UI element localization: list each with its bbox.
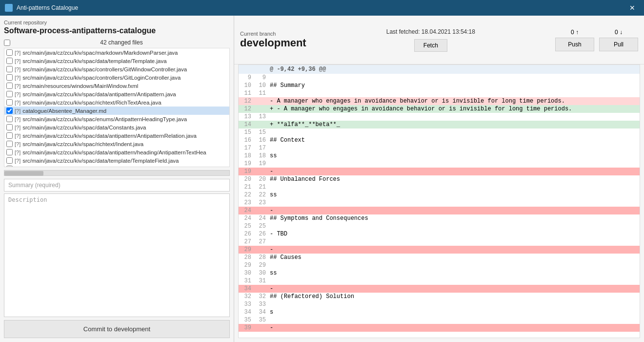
- diff-line-content: -: [268, 324, 640, 332]
- old-line-num: 11: [239, 89, 253, 97]
- file-checkbox[interactable]: [6, 99, 13, 106]
- new-line-num: 18: [253, 152, 268, 160]
- list-item[interactable]: [?]src/main/java/cz/zcu/kiv/spac/data/te…: [4, 57, 229, 65]
- list-item[interactable]: [?]src/main/java/cz/zcu/kiv/spac/richtex…: [4, 140, 229, 148]
- file-checkbox[interactable]: [6, 83, 13, 89]
- table-row: 39-: [239, 324, 640, 332]
- diff-line-content: -: [268, 285, 640, 293]
- list-item[interactable]: [?]src/main/java/cz/zcu/kiv/spac/data/an…: [4, 131, 229, 140]
- old-line-num: 17: [239, 144, 253, 152]
- file-tag: [?]: [15, 58, 20, 64]
- fetch-button[interactable]: Fetch: [414, 39, 447, 52]
- file-checkbox[interactable]: [6, 157, 13, 164]
- file-checkbox[interactable]: [6, 124, 13, 130]
- file-checkbox[interactable]: [6, 74, 13, 81]
- file-list[interactable]: [?]src/main/java/cz/zcu/kiv/spac/markdow…: [4, 48, 230, 167]
- diff-line-content: ## Unbalanced Forces: [268, 175, 640, 183]
- table-row: 19-: [239, 168, 640, 175]
- file-checkbox[interactable]: [6, 141, 13, 147]
- title-bar-left: Anti-patterns Catalogue: [5, 4, 78, 12]
- new-line-num: 26: [253, 230, 268, 238]
- table-row: 2323: [239, 199, 640, 207]
- push-counter: 0 ↑ Push: [555, 29, 594, 51]
- push-count: 0: [571, 29, 574, 36]
- right-panel: Current branch development Last fetched:…: [234, 16, 644, 342]
- file-path: catalogue/Absentee_Manager.md: [22, 108, 106, 114]
- push-button[interactable]: Push: [555, 38, 594, 51]
- file-tag: [?]: [15, 75, 20, 81]
- list-item[interactable]: [?]src/main/java/cz/zcu/kiv/spac/control…: [4, 65, 229, 73]
- new-line-num: [253, 121, 268, 128]
- file-checkbox[interactable]: [6, 107, 13, 114]
- table-row: 1010## Summary: [239, 82, 640, 89]
- diff-line-content: -: [268, 207, 640, 214]
- file-checkbox[interactable]: [6, 66, 13, 72]
- list-item[interactable]: [?]src/main/java/cz/zcu/kiv/spac/data/Co…: [4, 123, 229, 131]
- file-path: src/main/java/cz/zcu/kiv/spac/richtext/R…: [22, 100, 161, 106]
- table-row: 1919: [239, 160, 640, 168]
- pull-button[interactable]: Pull: [599, 38, 638, 51]
- file-checkbox[interactable]: [6, 116, 13, 122]
- old-line-num: 22: [239, 191, 253, 199]
- list-item[interactable]: [?]src/main/java/cz/zcu/kiv/spac/data/te…: [4, 156, 229, 165]
- close-button[interactable]: ✕: [625, 2, 639, 13]
- list-item[interactable]: [?]src/main/java/cz/zcu/kiv/spac/control…: [4, 73, 229, 82]
- new-line-num: [253, 168, 268, 175]
- horizontal-scrollbar[interactable]: [4, 170, 230, 176]
- new-line-num: 17: [253, 144, 268, 152]
- summary-input[interactable]: [4, 179, 230, 192]
- file-checkbox[interactable]: [6, 49, 13, 56]
- list-item[interactable]: [?]src/main/java/cz/zcu/kiv/spac/data/gi…: [4, 165, 229, 167]
- table-row: 3232## (Refactored) Solution: [239, 293, 640, 300]
- old-line-num: 13: [239, 113, 253, 121]
- new-line-num: [253, 97, 268, 105]
- table-row: 1313: [239, 113, 640, 121]
- old-line-num: 34: [239, 285, 253, 293]
- list-item[interactable]: [?]src/main/java/cz/zcu/kiv/spac/enums/A…: [4, 115, 229, 123]
- table-row: 2626- TBD: [239, 230, 640, 238]
- list-item[interactable]: [?]src/main/java/cz/zcu/kiv/spac/data/an…: [4, 148, 229, 156]
- table-row: 1515: [239, 128, 640, 136]
- push-pull-area: 0 ↑ Push 0 ↓ Pull: [555, 29, 638, 51]
- file-path: src/main/java/cz/zcu/kiv/spac/data/templ…: [22, 58, 166, 64]
- list-item[interactable]: [?]src/main/java/cz/zcu/kiv/spac/markdow…: [4, 48, 229, 57]
- diff-line-content: [268, 113, 640, 121]
- file-path: src/main/java/cz/zcu/kiv/spac/data/antip…: [22, 133, 197, 139]
- list-item[interactable]: [?]catalogue/Absentee_Manager.md: [4, 107, 229, 115]
- new-line-num: [253, 285, 268, 293]
- new-line-num: 28: [253, 254, 268, 261]
- table-row: 1111: [239, 89, 640, 97]
- commit-button[interactable]: Commit to development: [4, 320, 230, 338]
- new-line-num: [253, 105, 268, 113]
- file-tag: [?]: [15, 100, 20, 106]
- diff-line-content: [268, 300, 640, 308]
- file-checkbox[interactable]: [6, 132, 13, 139]
- table-row: 2222ss: [239, 191, 640, 199]
- select-all-checkbox[interactable]: [4, 40, 10, 46]
- table-row: 1717: [239, 144, 640, 152]
- file-checkbox[interactable]: [6, 149, 13, 155]
- old-line-num: 31: [239, 277, 253, 285]
- file-checkbox[interactable]: [6, 91, 13, 97]
- push-arrow: ↑: [576, 29, 579, 36]
- push-count-display: 0 ↑: [571, 29, 579, 36]
- old-line-num: 18: [239, 152, 253, 160]
- file-checkbox[interactable]: [6, 166, 13, 167]
- diff-table: @ -9,42 +9,36 @@991010## Summary111112 -…: [239, 65, 640, 332]
- old-line-num: 19: [239, 168, 253, 175]
- old-line-num: 14: [239, 121, 253, 128]
- description-input[interactable]: [4, 193, 230, 318]
- new-line-num: 29: [253, 261, 268, 269]
- diff-container[interactable]: @ -9,42 +9,36 @@991010## Summary111112 -…: [238, 64, 640, 338]
- list-item[interactable]: [?]src/main/java/cz/zcu/kiv/spac/richtex…: [4, 98, 229, 107]
- diff-line-content: [268, 74, 640, 82]
- diff-line-content: + **alfa**_**beta**_: [268, 121, 640, 128]
- file-checkbox[interactable]: [6, 58, 13, 64]
- list-item[interactable]: [?]src/main/resources/windows/MainWindow…: [4, 82, 229, 90]
- old-line-num: 24: [239, 214, 253, 222]
- table-row: 3535: [239, 316, 640, 324]
- new-line-num: 20: [253, 175, 268, 183]
- file-tag: [?]: [15, 116, 20, 122]
- new-line-num: 33: [253, 300, 268, 308]
- list-item[interactable]: [?]src/main/java/cz/zcu/kiv/spac/data/an…: [4, 90, 229, 98]
